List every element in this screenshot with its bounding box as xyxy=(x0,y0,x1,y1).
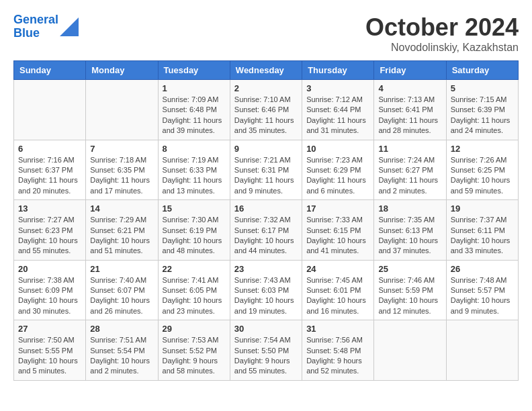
day-number: 28 xyxy=(90,324,153,334)
day-number: 25 xyxy=(378,264,441,274)
calendar-week-row: 6Sunrise: 7:16 AM Sunset: 6:37 PM Daylig… xyxy=(14,140,519,200)
day-info: Sunrise: 7:56 AM Sunset: 5:48 PM Dayligh… xyxy=(306,335,369,377)
calendar-cell: 13Sunrise: 7:27 AM Sunset: 6:23 PM Dayli… xyxy=(14,200,86,261)
logo-text: General Blue xyxy=(13,13,58,40)
calendar-week-row: 1Sunrise: 7:09 AM Sunset: 6:48 PM Daylig… xyxy=(14,80,519,140)
title-block: October 2024 Novodolinskiy, Kazakhstan xyxy=(365,13,519,54)
day-info: Sunrise: 7:35 AM Sunset: 6:13 PM Dayligh… xyxy=(378,215,441,257)
day-number: 7 xyxy=(90,144,153,154)
day-number: 17 xyxy=(306,203,369,214)
day-info: Sunrise: 7:13 AM Sunset: 6:41 PM Dayligh… xyxy=(378,95,441,136)
day-info: Sunrise: 7:32 AM Sunset: 6:17 PM Dayligh… xyxy=(234,215,298,257)
day-info: Sunrise: 7:23 AM Sunset: 6:29 PM Dayligh… xyxy=(306,155,369,197)
weekday-header: Wednesday xyxy=(230,61,302,80)
calendar-cell: 16Sunrise: 7:32 AM Sunset: 6:17 PM Dayli… xyxy=(230,200,302,261)
calendar-table: SundayMondayTuesdayWednesdayThursdayFrid… xyxy=(13,60,519,381)
day-info: Sunrise: 7:30 AM Sunset: 6:19 PM Dayligh… xyxy=(163,215,226,257)
day-number: 26 xyxy=(451,264,514,274)
day-number: 12 xyxy=(451,144,514,154)
day-number: 29 xyxy=(163,324,226,334)
calendar-cell: 26Sunrise: 7:48 AM Sunset: 5:57 PM Dayli… xyxy=(446,260,518,320)
day-number: 24 xyxy=(306,264,369,274)
day-number: 19 xyxy=(451,203,514,214)
calendar-cell: 20Sunrise: 7:38 AM Sunset: 6:09 PM Dayli… xyxy=(14,260,86,320)
calendar-cell xyxy=(86,80,158,140)
day-info: Sunrise: 7:43 AM Sunset: 6:03 PM Dayligh… xyxy=(234,275,298,317)
calendar-cell xyxy=(14,80,86,140)
calendar-cell: 21Sunrise: 7:40 AM Sunset: 6:07 PM Dayli… xyxy=(86,260,158,320)
calendar-cell: 29Sunrise: 7:53 AM Sunset: 5:52 PM Dayli… xyxy=(158,320,230,381)
day-info: Sunrise: 7:19 AM Sunset: 6:33 PM Dayligh… xyxy=(163,155,226,197)
calendar-week-row: 13Sunrise: 7:27 AM Sunset: 6:23 PM Dayli… xyxy=(14,200,519,261)
calendar-week-row: 20Sunrise: 7:38 AM Sunset: 6:09 PM Dayli… xyxy=(14,260,519,320)
day-number: 2 xyxy=(234,83,298,93)
day-info: Sunrise: 7:41 AM Sunset: 6:05 PM Dayligh… xyxy=(163,275,226,317)
day-number: 9 xyxy=(234,144,298,154)
day-info: Sunrise: 7:12 AM Sunset: 6:44 PM Dayligh… xyxy=(306,95,369,136)
weekday-header: Sunday xyxy=(14,61,86,80)
weekday-header: Thursday xyxy=(302,61,374,80)
calendar-cell: 28Sunrise: 7:51 AM Sunset: 5:54 PM Dayli… xyxy=(86,320,158,381)
location: Novodolinskiy, Kazakhstan xyxy=(365,42,519,54)
svg-marker-0 xyxy=(60,17,79,36)
calendar-cell: 19Sunrise: 7:37 AM Sunset: 6:11 PM Dayli… xyxy=(446,200,518,261)
calendar-cell: 14Sunrise: 7:29 AM Sunset: 6:21 PM Dayli… xyxy=(86,200,158,261)
day-number: 20 xyxy=(18,264,81,274)
calendar-cell xyxy=(374,320,446,381)
calendar-cell: 12Sunrise: 7:26 AM Sunset: 6:25 PM Dayli… xyxy=(446,140,518,200)
day-number: 1 xyxy=(163,83,226,93)
day-info: Sunrise: 7:27 AM Sunset: 6:23 PM Dayligh… xyxy=(18,215,81,257)
day-info: Sunrise: 7:21 AM Sunset: 6:31 PM Dayligh… xyxy=(234,155,298,197)
day-number: 8 xyxy=(163,144,226,154)
calendar-cell: 15Sunrise: 7:30 AM Sunset: 6:19 PM Dayli… xyxy=(158,200,230,261)
weekday-header: Saturday xyxy=(446,61,518,80)
day-info: Sunrise: 7:40 AM Sunset: 6:07 PM Dayligh… xyxy=(90,275,153,317)
day-info: Sunrise: 7:54 AM Sunset: 5:50 PM Dayligh… xyxy=(234,335,298,377)
day-info: Sunrise: 7:09 AM Sunset: 6:48 PM Dayligh… xyxy=(163,95,226,136)
day-number: 4 xyxy=(378,83,441,93)
day-number: 6 xyxy=(18,144,81,154)
day-number: 15 xyxy=(163,203,226,214)
day-number: 11 xyxy=(378,144,441,154)
day-info: Sunrise: 7:15 AM Sunset: 6:39 PM Dayligh… xyxy=(451,95,514,136)
day-number: 31 xyxy=(306,324,369,334)
calendar-cell: 4Sunrise: 7:13 AM Sunset: 6:41 PM Daylig… xyxy=(374,80,446,140)
day-info: Sunrise: 7:46 AM Sunset: 5:59 PM Dayligh… xyxy=(378,275,441,317)
day-info: Sunrise: 7:24 AM Sunset: 6:27 PM Dayligh… xyxy=(378,155,441,197)
weekday-header: Friday xyxy=(374,61,446,80)
calendar-cell: 31Sunrise: 7:56 AM Sunset: 5:48 PM Dayli… xyxy=(302,320,374,381)
day-info: Sunrise: 7:45 AM Sunset: 6:01 PM Dayligh… xyxy=(306,275,369,317)
day-number: 30 xyxy=(234,324,298,334)
logo: General Blue xyxy=(13,13,79,40)
day-number: 23 xyxy=(234,264,298,274)
day-info: Sunrise: 7:48 AM Sunset: 5:57 PM Dayligh… xyxy=(451,275,514,317)
day-info: Sunrise: 7:53 AM Sunset: 5:52 PM Dayligh… xyxy=(163,335,226,377)
calendar-cell: 17Sunrise: 7:33 AM Sunset: 6:15 PM Dayli… xyxy=(302,200,374,261)
calendar-cell: 23Sunrise: 7:43 AM Sunset: 6:03 PM Dayli… xyxy=(230,260,302,320)
day-info: Sunrise: 7:51 AM Sunset: 5:54 PM Dayligh… xyxy=(90,335,153,377)
calendar-cell: 24Sunrise: 7:45 AM Sunset: 6:01 PM Dayli… xyxy=(302,260,374,320)
weekday-header: Tuesday xyxy=(158,61,230,80)
weekday-header: Monday xyxy=(86,61,158,80)
calendar-cell: 8Sunrise: 7:19 AM Sunset: 6:33 PM Daylig… xyxy=(158,140,230,200)
calendar-cell: 18Sunrise: 7:35 AM Sunset: 6:13 PM Dayli… xyxy=(374,200,446,261)
page-header: General Blue October 2024 Novodolinskiy,… xyxy=(13,13,519,54)
calendar-cell: 3Sunrise: 7:12 AM Sunset: 6:44 PM Daylig… xyxy=(302,80,374,140)
day-info: Sunrise: 7:38 AM Sunset: 6:09 PM Dayligh… xyxy=(18,275,81,317)
day-number: 22 xyxy=(163,264,226,274)
weekday-header-row: SundayMondayTuesdayWednesdayThursdayFrid… xyxy=(14,61,519,80)
day-info: Sunrise: 7:10 AM Sunset: 6:46 PM Dayligh… xyxy=(234,95,298,136)
calendar-cell xyxy=(446,320,518,381)
calendar-week-row: 27Sunrise: 7:50 AM Sunset: 5:55 PM Dayli… xyxy=(14,320,519,381)
calendar-cell: 10Sunrise: 7:23 AM Sunset: 6:29 PM Dayli… xyxy=(302,140,374,200)
day-number: 13 xyxy=(18,203,81,214)
day-info: Sunrise: 7:18 AM Sunset: 6:35 PM Dayligh… xyxy=(90,155,153,197)
day-number: 21 xyxy=(90,264,153,274)
calendar-cell: 1Sunrise: 7:09 AM Sunset: 6:48 PM Daylig… xyxy=(158,80,230,140)
calendar-cell: 30Sunrise: 7:54 AM Sunset: 5:50 PM Dayli… xyxy=(230,320,302,381)
calendar-cell: 22Sunrise: 7:41 AM Sunset: 6:05 PM Dayli… xyxy=(158,260,230,320)
day-number: 27 xyxy=(18,324,81,334)
calendar-cell: 11Sunrise: 7:24 AM Sunset: 6:27 PM Dayli… xyxy=(374,140,446,200)
day-info: Sunrise: 7:26 AM Sunset: 6:25 PM Dayligh… xyxy=(451,155,514,197)
day-info: Sunrise: 7:29 AM Sunset: 6:21 PM Dayligh… xyxy=(90,215,153,257)
